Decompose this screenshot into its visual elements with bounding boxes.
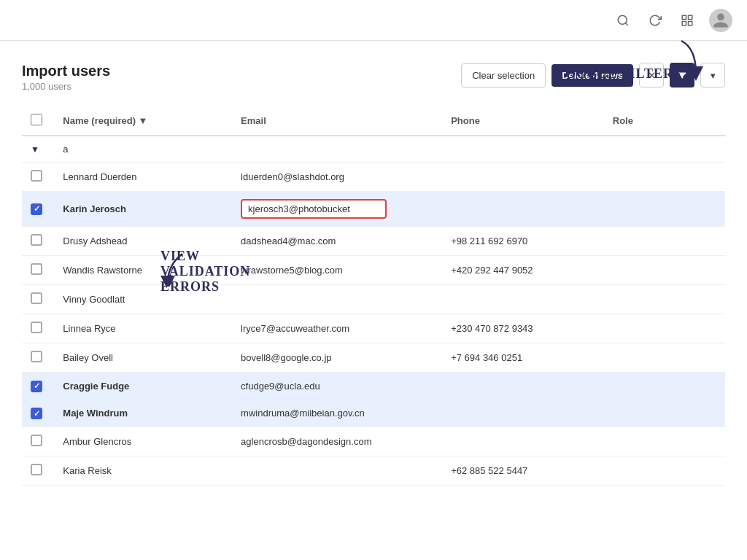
col-header-role: Role bbox=[604, 106, 725, 136]
header-actions: Clear selection Delete 4 rows ✕ ▾ bbox=[461, 63, 725, 88]
main-content: Import users 1,000 users Clear selection… bbox=[0, 41, 747, 560]
table-container: Name (required) ▼ Email Phone Role bbox=[22, 106, 725, 486]
table-row: Karin Jerosch bbox=[22, 192, 725, 227]
row-checkbox-cell[interactable] bbox=[22, 343, 54, 373]
row-phone bbox=[442, 285, 604, 314]
row-checkbox[interactable] bbox=[31, 464, 42, 475]
table-header-row: Name (required) ▼ Email Phone Role bbox=[22, 106, 725, 136]
data-table: Name (required) ▼ Email Phone Role bbox=[22, 106, 725, 486]
row-checkbox[interactable] bbox=[31, 381, 42, 392]
row-phone: +98 211 692 6970 bbox=[442, 227, 604, 256]
table-row: Maje Windrummwindruma@miibeian.gov.cn bbox=[22, 400, 725, 427]
row-role bbox=[604, 163, 725, 192]
page-header: Import users 1,000 users Clear selection… bbox=[22, 63, 725, 92]
row-phone: +62 885 522 5447 bbox=[442, 456, 604, 486]
user-avatar[interactable] bbox=[709, 9, 732, 32]
row-checkbox[interactable] bbox=[31, 408, 42, 419]
filter-value-cell: a bbox=[54, 136, 725, 163]
close-icon-button[interactable]: ✕ bbox=[639, 63, 664, 88]
table-row: Wandis Rawstornewrawstorne5@blog.com+420… bbox=[22, 256, 725, 285]
row-checkbox-cell[interactable] bbox=[22, 192, 54, 227]
row-role bbox=[604, 314, 725, 343]
row-checkbox-cell[interactable] bbox=[22, 456, 54, 486]
row-checkbox[interactable] bbox=[31, 435, 42, 446]
row-email: bovell8@google.co.jp bbox=[232, 343, 442, 373]
clear-selection-button[interactable]: Clear selection bbox=[461, 63, 546, 88]
row-name: Maje Windrum bbox=[54, 400, 232, 427]
table-row: Drusy Adsheaddadshead4@mac.com+98 211 69… bbox=[22, 227, 725, 256]
row-checkbox-cell[interactable] bbox=[22, 227, 54, 256]
row-name: Karin Jerosch bbox=[54, 192, 232, 227]
row-checkbox-cell[interactable] bbox=[22, 373, 54, 400]
row-name: Lennard Duerden bbox=[54, 163, 232, 192]
select-all-checkbox[interactable] bbox=[31, 114, 42, 125]
page-title: Import users bbox=[22, 63, 110, 79]
row-email: wrawstorne5@blog.com bbox=[232, 256, 442, 285]
row-name: Linnea Ryce bbox=[54, 314, 232, 343]
table-row: Ambur Glencrosaglencrosb@dagondesign.com bbox=[22, 427, 725, 456]
svg-point-0 bbox=[618, 15, 627, 24]
row-role bbox=[604, 373, 725, 400]
row-name: Ambur Glencros bbox=[54, 427, 232, 456]
filter-icon-cell: ▼ bbox=[22, 136, 54, 163]
svg-rect-4 bbox=[689, 21, 692, 25]
filter-value-text: a bbox=[63, 144, 68, 155]
row-checkbox[interactable] bbox=[31, 234, 42, 246]
select-all-checkbox-cell[interactable] bbox=[22, 106, 54, 136]
row-checkbox[interactable] bbox=[31, 351, 42, 362]
table-row: Lennard Duerdenlduerden0@slashdot.org bbox=[22, 163, 725, 192]
table-row: Karia Reisk+62 885 522 5447 bbox=[22, 456, 725, 486]
table-row: Craggie Fudgecfudge9@ucla.edu bbox=[22, 373, 725, 400]
table-row: Bailey Ovellbovell8@google.co.jp+7 694 3… bbox=[22, 343, 725, 373]
refresh-icon[interactable] bbox=[645, 10, 665, 31]
email-error-input[interactable] bbox=[241, 199, 387, 219]
row-name: Bailey Ovell bbox=[54, 343, 232, 373]
row-role bbox=[604, 256, 725, 285]
grid-icon[interactable] bbox=[677, 10, 697, 31]
chevron-down-icon: ▾ bbox=[711, 70, 716, 81]
table-row: Linnea Rycelryce7@accuweather.com+230 47… bbox=[22, 314, 725, 343]
row-role bbox=[604, 227, 725, 256]
row-checkbox[interactable] bbox=[31, 292, 42, 304]
row-email: lduerden0@slashdot.org bbox=[232, 163, 442, 192]
row-name: Wandis Rawstorne bbox=[54, 256, 232, 285]
row-checkbox-cell[interactable] bbox=[22, 314, 54, 343]
svg-rect-3 bbox=[682, 21, 686, 25]
row-email: lryce7@accuweather.com bbox=[232, 314, 442, 343]
row-checkbox[interactable] bbox=[31, 203, 42, 215]
svg-rect-2 bbox=[689, 15, 692, 19]
filter-toggle-button[interactable] bbox=[670, 63, 694, 88]
row-role bbox=[604, 400, 725, 427]
row-phone bbox=[442, 427, 604, 456]
col-header-email: Email bbox=[232, 106, 442, 136]
row-role bbox=[604, 456, 725, 486]
row-checkbox[interactable] bbox=[31, 322, 42, 333]
row-email bbox=[232, 285, 442, 314]
row-role bbox=[604, 427, 725, 456]
row-name: Karia Reisk bbox=[54, 456, 232, 486]
col-header-name[interactable]: Name (required) ▼ bbox=[54, 106, 232, 136]
search-icon[interactable] bbox=[613, 10, 633, 31]
row-phone: +7 694 346 0251 bbox=[442, 343, 604, 373]
row-checkbox-cell[interactable] bbox=[22, 256, 54, 285]
row-checkbox-cell[interactable] bbox=[22, 400, 54, 427]
row-checkbox-cell[interactable] bbox=[22, 285, 54, 314]
row-checkbox[interactable] bbox=[31, 170, 42, 182]
row-email: dadshead4@mac.com bbox=[232, 227, 442, 256]
row-checkbox[interactable] bbox=[31, 263, 42, 275]
delete-rows-button[interactable]: Delete 4 rows bbox=[551, 64, 633, 87]
row-checkbox-cell[interactable] bbox=[22, 427, 54, 456]
more-options-button[interactable]: ▾ bbox=[700, 63, 725, 88]
row-email[interactable] bbox=[232, 192, 442, 227]
row-email: mwindruma@miibeian.gov.cn bbox=[232, 400, 442, 427]
row-phone: +230 470 872 9343 bbox=[442, 314, 604, 343]
row-name: Craggie Fudge bbox=[54, 373, 232, 400]
row-phone bbox=[442, 373, 604, 400]
row-phone bbox=[442, 400, 604, 427]
col-header-phone: Phone bbox=[442, 106, 604, 136]
page-subtitle: 1,000 users bbox=[22, 81, 110, 92]
row-email bbox=[232, 456, 442, 486]
row-role bbox=[604, 192, 725, 227]
row-checkbox-cell[interactable] bbox=[22, 163, 54, 192]
filter-row: ▼ a bbox=[22, 136, 725, 163]
